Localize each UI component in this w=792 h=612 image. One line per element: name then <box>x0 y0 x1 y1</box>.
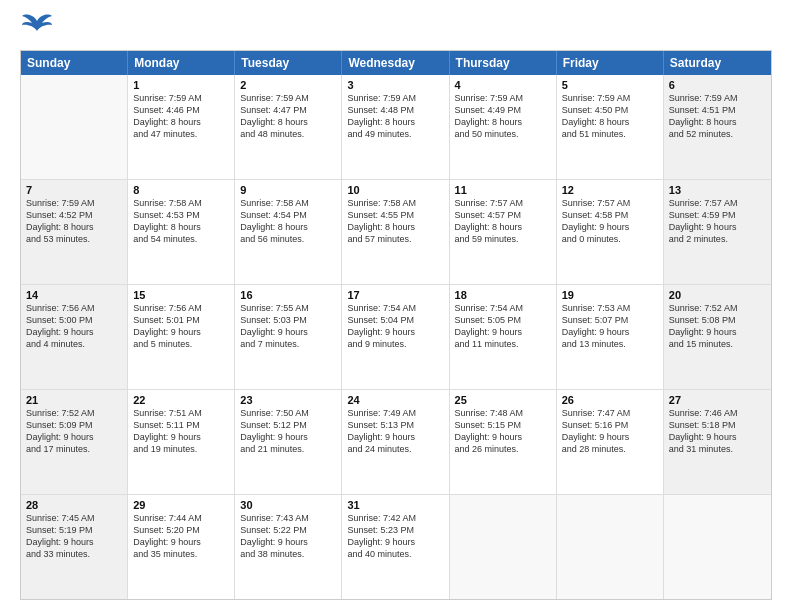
table-row: 14Sunrise: 7:56 AM Sunset: 5:00 PM Dayli… <box>21 285 128 389</box>
day-number: 14 <box>26 289 122 301</box>
day-details: Sunrise: 7:49 AM Sunset: 5:13 PM Dayligh… <box>347 407 443 456</box>
table-row: 24Sunrise: 7:49 AM Sunset: 5:13 PM Dayli… <box>342 390 449 494</box>
table-row: 2Sunrise: 7:59 AM Sunset: 4:47 PM Daylig… <box>235 75 342 179</box>
table-row: 18Sunrise: 7:54 AM Sunset: 5:05 PM Dayli… <box>450 285 557 389</box>
table-row: 6Sunrise: 7:59 AM Sunset: 4:51 PM Daylig… <box>664 75 771 179</box>
logo <box>20 18 52 40</box>
day-details: Sunrise: 7:44 AM Sunset: 5:20 PM Dayligh… <box>133 512 229 561</box>
table-row: 28Sunrise: 7:45 AM Sunset: 5:19 PM Dayli… <box>21 495 128 599</box>
table-row: 12Sunrise: 7:57 AM Sunset: 4:58 PM Dayli… <box>557 180 664 284</box>
table-row: 11Sunrise: 7:57 AM Sunset: 4:57 PM Dayli… <box>450 180 557 284</box>
day-details: Sunrise: 7:59 AM Sunset: 4:51 PM Dayligh… <box>669 92 766 141</box>
day-details: Sunrise: 7:56 AM Sunset: 5:00 PM Dayligh… <box>26 302 122 351</box>
page: Sunday Monday Tuesday Wednesday Thursday… <box>0 0 792 612</box>
day-details: Sunrise: 7:45 AM Sunset: 5:19 PM Dayligh… <box>26 512 122 561</box>
calendar-week-5: 28Sunrise: 7:45 AM Sunset: 5:19 PM Dayli… <box>21 494 771 599</box>
header-wednesday: Wednesday <box>342 51 449 75</box>
day-number: 22 <box>133 394 229 406</box>
day-details: Sunrise: 7:59 AM Sunset: 4:46 PM Dayligh… <box>133 92 229 141</box>
table-row <box>664 495 771 599</box>
calendar-week-3: 14Sunrise: 7:56 AM Sunset: 5:00 PM Dayli… <box>21 284 771 389</box>
table-row: 7Sunrise: 7:59 AM Sunset: 4:52 PM Daylig… <box>21 180 128 284</box>
day-number: 27 <box>669 394 766 406</box>
day-details: Sunrise: 7:43 AM Sunset: 5:22 PM Dayligh… <box>240 512 336 561</box>
day-number: 19 <box>562 289 658 301</box>
table-row: 10Sunrise: 7:58 AM Sunset: 4:55 PM Dayli… <box>342 180 449 284</box>
day-number: 10 <box>347 184 443 196</box>
table-row: 25Sunrise: 7:48 AM Sunset: 5:15 PM Dayli… <box>450 390 557 494</box>
day-number: 18 <box>455 289 551 301</box>
table-row: 21Sunrise: 7:52 AM Sunset: 5:09 PM Dayli… <box>21 390 128 494</box>
table-row: 3Sunrise: 7:59 AM Sunset: 4:48 PM Daylig… <box>342 75 449 179</box>
day-number: 29 <box>133 499 229 511</box>
day-number: 23 <box>240 394 336 406</box>
calendar-week-4: 21Sunrise: 7:52 AM Sunset: 5:09 PM Dayli… <box>21 389 771 494</box>
header <box>20 18 772 40</box>
day-details: Sunrise: 7:47 AM Sunset: 5:16 PM Dayligh… <box>562 407 658 456</box>
table-row: 27Sunrise: 7:46 AM Sunset: 5:18 PM Dayli… <box>664 390 771 494</box>
calendar-week-2: 7Sunrise: 7:59 AM Sunset: 4:52 PM Daylig… <box>21 179 771 284</box>
day-number: 26 <box>562 394 658 406</box>
header-sunday: Sunday <box>21 51 128 75</box>
header-monday: Monday <box>128 51 235 75</box>
day-number: 4 <box>455 79 551 91</box>
table-row: 16Sunrise: 7:55 AM Sunset: 5:03 PM Dayli… <box>235 285 342 389</box>
table-row: 17Sunrise: 7:54 AM Sunset: 5:04 PM Dayli… <box>342 285 449 389</box>
day-details: Sunrise: 7:55 AM Sunset: 5:03 PM Dayligh… <box>240 302 336 351</box>
day-number: 6 <box>669 79 766 91</box>
day-number: 9 <box>240 184 336 196</box>
day-details: Sunrise: 7:52 AM Sunset: 5:08 PM Dayligh… <box>669 302 766 351</box>
day-details: Sunrise: 7:46 AM Sunset: 5:18 PM Dayligh… <box>669 407 766 456</box>
day-details: Sunrise: 7:57 AM Sunset: 4:59 PM Dayligh… <box>669 197 766 246</box>
day-number: 1 <box>133 79 229 91</box>
calendar: Sunday Monday Tuesday Wednesday Thursday… <box>20 50 772 600</box>
day-details: Sunrise: 7:57 AM Sunset: 4:58 PM Dayligh… <box>562 197 658 246</box>
day-details: Sunrise: 7:59 AM Sunset: 4:47 PM Dayligh… <box>240 92 336 141</box>
table-row: 5Sunrise: 7:59 AM Sunset: 4:50 PM Daylig… <box>557 75 664 179</box>
day-details: Sunrise: 7:57 AM Sunset: 4:57 PM Dayligh… <box>455 197 551 246</box>
day-details: Sunrise: 7:52 AM Sunset: 5:09 PM Dayligh… <box>26 407 122 456</box>
calendar-header: Sunday Monday Tuesday Wednesday Thursday… <box>21 51 771 75</box>
day-number: 24 <box>347 394 443 406</box>
day-number: 28 <box>26 499 122 511</box>
header-friday: Friday <box>557 51 664 75</box>
day-number: 11 <box>455 184 551 196</box>
table-row: 19Sunrise: 7:53 AM Sunset: 5:07 PM Dayli… <box>557 285 664 389</box>
table-row: 23Sunrise: 7:50 AM Sunset: 5:12 PM Dayli… <box>235 390 342 494</box>
header-tuesday: Tuesday <box>235 51 342 75</box>
table-row: 22Sunrise: 7:51 AM Sunset: 5:11 PM Dayli… <box>128 390 235 494</box>
table-row: 9Sunrise: 7:58 AM Sunset: 4:54 PM Daylig… <box>235 180 342 284</box>
day-details: Sunrise: 7:48 AM Sunset: 5:15 PM Dayligh… <box>455 407 551 456</box>
day-details: Sunrise: 7:58 AM Sunset: 4:54 PM Dayligh… <box>240 197 336 246</box>
day-details: Sunrise: 7:59 AM Sunset: 4:49 PM Dayligh… <box>455 92 551 141</box>
table-row: 4Sunrise: 7:59 AM Sunset: 4:49 PM Daylig… <box>450 75 557 179</box>
day-number: 16 <box>240 289 336 301</box>
table-row: 1Sunrise: 7:59 AM Sunset: 4:46 PM Daylig… <box>128 75 235 179</box>
day-details: Sunrise: 7:54 AM Sunset: 5:05 PM Dayligh… <box>455 302 551 351</box>
day-details: Sunrise: 7:51 AM Sunset: 5:11 PM Dayligh… <box>133 407 229 456</box>
calendar-body: 1Sunrise: 7:59 AM Sunset: 4:46 PM Daylig… <box>21 75 771 599</box>
day-details: Sunrise: 7:58 AM Sunset: 4:53 PM Dayligh… <box>133 197 229 246</box>
day-number: 12 <box>562 184 658 196</box>
table-row: 13Sunrise: 7:57 AM Sunset: 4:59 PM Dayli… <box>664 180 771 284</box>
table-row: 8Sunrise: 7:58 AM Sunset: 4:53 PM Daylig… <box>128 180 235 284</box>
day-details: Sunrise: 7:50 AM Sunset: 5:12 PM Dayligh… <box>240 407 336 456</box>
table-row: 31Sunrise: 7:42 AM Sunset: 5:23 PM Dayli… <box>342 495 449 599</box>
day-details: Sunrise: 7:59 AM Sunset: 4:52 PM Dayligh… <box>26 197 122 246</box>
day-details: Sunrise: 7:54 AM Sunset: 5:04 PM Dayligh… <box>347 302 443 351</box>
day-number: 15 <box>133 289 229 301</box>
day-details: Sunrise: 7:59 AM Sunset: 4:50 PM Dayligh… <box>562 92 658 141</box>
table-row <box>21 75 128 179</box>
table-row: 20Sunrise: 7:52 AM Sunset: 5:08 PM Dayli… <box>664 285 771 389</box>
header-thursday: Thursday <box>450 51 557 75</box>
day-number: 17 <box>347 289 443 301</box>
day-details: Sunrise: 7:58 AM Sunset: 4:55 PM Dayligh… <box>347 197 443 246</box>
day-number: 2 <box>240 79 336 91</box>
day-number: 20 <box>669 289 766 301</box>
day-number: 30 <box>240 499 336 511</box>
day-number: 13 <box>669 184 766 196</box>
day-details: Sunrise: 7:56 AM Sunset: 5:01 PM Dayligh… <box>133 302 229 351</box>
day-number: 21 <box>26 394 122 406</box>
day-number: 3 <box>347 79 443 91</box>
day-number: 8 <box>133 184 229 196</box>
